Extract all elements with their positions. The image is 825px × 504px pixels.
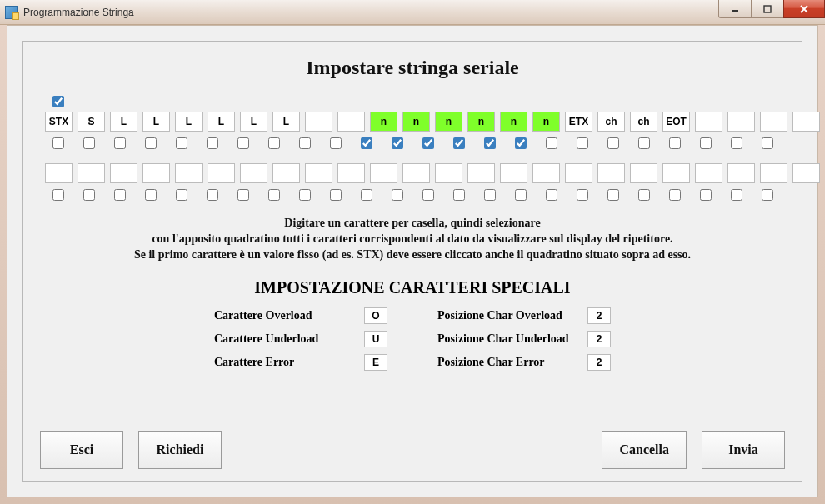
char-select-checkbox[interactable] (638, 137, 650, 149)
char-select-checkbox[interactable] (299, 189, 311, 201)
char-select-checkbox[interactable] (268, 137, 280, 149)
char-input[interactable] (402, 163, 430, 183)
char-input[interactable] (45, 112, 72, 132)
char-input[interactable] (500, 112, 528, 132)
char-select-checkbox[interactable] (515, 189, 527, 201)
char-select-checkbox[interactable] (52, 137, 64, 149)
char-input[interactable] (662, 163, 690, 183)
char-select-checkbox[interactable] (453, 137, 465, 149)
char-select-checkbox[interactable] (762, 137, 773, 149)
char-input[interactable] (78, 163, 105, 183)
char-select-checkbox[interactable] (608, 189, 619, 201)
char-select-checkbox[interactable] (52, 189, 64, 201)
char-input[interactable] (792, 163, 820, 183)
char-input[interactable] (598, 112, 625, 132)
char-select-checkbox[interactable] (546, 189, 558, 201)
char-input[interactable] (175, 163, 202, 183)
char-select-checkbox[interactable] (392, 137, 403, 149)
char-select-checkbox[interactable] (114, 137, 126, 149)
char-select-checkbox[interactable] (238, 137, 249, 149)
special-input[interactable] (364, 354, 388, 371)
char-select-checkbox[interactable] (577, 189, 588, 201)
char-input[interactable] (468, 163, 495, 183)
char-select-checkbox[interactable] (638, 189, 650, 201)
char-select-checkbox[interactable] (361, 137, 372, 149)
char-input[interactable] (370, 163, 398, 183)
char-input[interactable] (240, 163, 268, 183)
char-input[interactable] (272, 112, 300, 132)
special-input[interactable] (364, 307, 388, 324)
char-select-checkbox[interactable] (145, 137, 157, 149)
char-select-checkbox[interactable] (268, 189, 280, 201)
char-select-checkbox[interactable] (515, 137, 527, 149)
char-select-checkbox[interactable] (669, 137, 681, 149)
char-select-checkbox[interactable] (453, 189, 465, 201)
char-input[interactable] (662, 112, 690, 132)
special-input[interactable] (364, 331, 388, 347)
char-input[interactable] (78, 112, 105, 132)
char-input[interactable] (142, 112, 170, 132)
char-select-checkbox[interactable] (207, 189, 218, 201)
char-input[interactable] (728, 112, 755, 132)
char-select-checkbox[interactable] (392, 189, 403, 201)
char-select-checkbox[interactable] (546, 137, 558, 149)
special-input[interactable] (588, 307, 611, 324)
esci-button[interactable]: Esci (40, 431, 123, 469)
char-select-checkbox[interactable] (114, 189, 126, 201)
char-input[interactable] (208, 163, 235, 183)
char-input[interactable] (402, 112, 430, 132)
char-input[interactable] (338, 163, 365, 183)
minimize-button[interactable] (718, 0, 752, 18)
char-input[interactable] (500, 163, 528, 183)
char-input[interactable] (695, 163, 722, 183)
char-input[interactable] (565, 112, 592, 132)
char-select-checkbox[interactable] (330, 137, 342, 149)
char-select-checkbox[interactable] (145, 189, 157, 201)
cancella-button[interactable]: Cancella (602, 431, 687, 469)
maximize-button[interactable] (751, 0, 784, 18)
char-input[interactable] (728, 163, 755, 183)
char-select-checkbox[interactable] (299, 137, 311, 149)
fixed-first-char-checkbox[interactable] (52, 96, 64, 107)
char-select-checkbox[interactable] (238, 189, 249, 201)
char-select-checkbox[interactable] (484, 189, 496, 201)
char-select-checkbox[interactable] (361, 189, 372, 201)
char-input[interactable] (695, 112, 722, 132)
char-input[interactable] (760, 112, 788, 132)
char-input[interactable] (175, 112, 202, 132)
char-input[interactable] (532, 112, 560, 132)
richiedi-button[interactable]: Richiedi (138, 431, 222, 469)
char-select-checkbox[interactable] (83, 189, 95, 201)
char-input[interactable] (630, 112, 658, 132)
char-select-checkbox[interactable] (577, 137, 588, 149)
char-select-checkbox[interactable] (422, 137, 434, 149)
char-select-checkbox[interactable] (484, 137, 496, 149)
char-input[interactable] (435, 112, 462, 132)
char-select-checkbox[interactable] (176, 189, 188, 201)
char-select-checkbox[interactable] (330, 189, 342, 201)
char-input[interactable] (760, 163, 788, 183)
char-input[interactable] (110, 163, 138, 183)
char-select-checkbox[interactable] (669, 189, 681, 201)
char-select-checkbox[interactable] (176, 137, 188, 149)
char-input[interactable] (532, 163, 560, 183)
char-select-checkbox[interactable] (731, 189, 742, 201)
char-input[interactable] (630, 163, 658, 183)
invia-button[interactable]: Invia (702, 431, 785, 469)
char-input[interactable] (792, 112, 820, 132)
char-input[interactable] (110, 112, 138, 132)
char-select-checkbox[interactable] (83, 137, 95, 149)
char-select-checkbox[interactable] (700, 189, 712, 201)
char-input[interactable] (338, 112, 365, 132)
char-input[interactable] (598, 163, 625, 183)
char-input[interactable] (142, 163, 170, 183)
char-select-checkbox[interactable] (422, 189, 434, 201)
char-input[interactable] (45, 163, 72, 183)
char-select-checkbox[interactable] (207, 137, 218, 149)
char-input[interactable] (370, 112, 398, 132)
char-input[interactable] (240, 112, 268, 132)
char-select-checkbox[interactable] (731, 137, 742, 149)
char-input[interactable] (272, 163, 300, 183)
char-input[interactable] (305, 163, 332, 183)
char-select-checkbox[interactable] (700, 137, 712, 149)
